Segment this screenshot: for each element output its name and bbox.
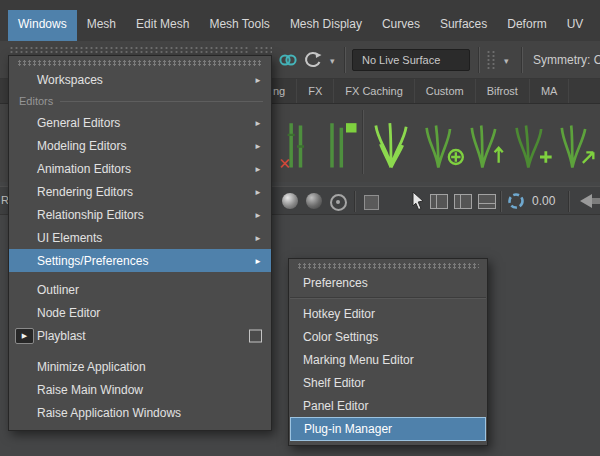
menu-item-raise-main-window[interactable]: Raise Main Window xyxy=(9,378,271,401)
menu-gap xyxy=(9,347,271,355)
submenu-item-shelf-editor[interactable]: Shelf Editor xyxy=(289,371,487,394)
wire-circle-icon[interactable] xyxy=(330,194,347,211)
aperture-icon[interactable] xyxy=(507,192,525,214)
submenu-item-hotkey-editor[interactable]: Hotkey Editor xyxy=(289,302,487,325)
live-surface-label: No Live Surface xyxy=(362,54,440,66)
menu-item-label: Hotkey Editor xyxy=(303,307,375,321)
menu-item-settings-preferences[interactable]: Settings/Preferences ► xyxy=(9,249,271,272)
menu-item-minimize-application[interactable]: Minimize Application xyxy=(9,355,271,378)
select-cursor-icon[interactable] xyxy=(410,191,426,215)
grass-shelf-icon[interactable] xyxy=(422,116,464,170)
submenu-item-marking-menu-editor[interactable]: Marking Menu Editor xyxy=(289,348,487,371)
submenu-item-preferences[interactable]: Preferences xyxy=(289,271,487,294)
sphere-icon[interactable] xyxy=(306,193,322,209)
submenu-item-color-settings[interactable]: Color Settings xyxy=(289,325,487,348)
symmetry-dropdown[interactable]: Symmetry: O xyxy=(533,53,600,67)
settings-preferences-submenu: Preferences Hotkey Editor Color Settings… xyxy=(288,258,488,446)
sphere-icon[interactable] xyxy=(282,193,298,209)
grass-shelf-icon[interactable] xyxy=(370,116,412,170)
menu-item-label: Panel Editor xyxy=(303,399,368,413)
menu-item-label: Minimize Application xyxy=(37,360,146,374)
menubar-item-mesh[interactable]: Mesh xyxy=(77,10,126,41)
shelf-tab-custom[interactable]: Custom xyxy=(415,79,476,103)
tearoff-handle[interactable] xyxy=(297,263,479,269)
dot-grip-handle[interactable] xyxy=(9,46,249,54)
submenu-arrow-icon: ► xyxy=(254,187,262,196)
menu-item-animation-editors[interactable]: Animation Editors ► xyxy=(9,157,271,180)
section-label: Editors xyxy=(19,95,53,107)
playblast-icon: ▶ xyxy=(15,328,34,344)
menu-item-relationship-editors[interactable]: Relationship Editors ► xyxy=(9,203,271,226)
toolbar-separator xyxy=(344,47,346,73)
live-object-icon[interactable] xyxy=(364,195,379,210)
menu-item-label: Plug-in Manager xyxy=(304,422,392,436)
tearoff-handle[interactable] xyxy=(17,60,263,66)
menubar-item-curves[interactable]: Curves xyxy=(372,10,430,41)
menu-item-node-editor[interactable]: Node Editor xyxy=(9,301,271,324)
grass-shelf-icon[interactable] xyxy=(556,116,598,170)
shelf-tab-fx[interactable]: FX xyxy=(297,79,334,103)
live-surface-combo[interactable]: No Live Surface xyxy=(352,49,470,71)
main-menubar: Windows Mesh Edit Mesh Mesh Tools Mesh D… xyxy=(0,0,600,41)
menubar-item-surfaces[interactable]: Surfaces xyxy=(430,10,497,41)
submenu-arrow-icon: ► xyxy=(254,75,262,84)
menubar-item-mesh-tools[interactable]: Mesh Tools xyxy=(199,10,279,41)
submenu-item-panel-editor[interactable]: Panel Editor xyxy=(289,394,487,417)
value-field[interactable]: 0.00 xyxy=(532,194,555,208)
dot-grip-handle[interactable] xyxy=(486,50,495,70)
menubar-item-deform[interactable]: Deform xyxy=(497,10,556,41)
menu-section-editors: Editors xyxy=(9,91,271,111)
menu-item-playblast[interactable]: ▶ Playblast xyxy=(9,324,271,347)
shelf-tab-fx-caching[interactable]: FX Caching xyxy=(334,79,414,103)
link-icon[interactable] xyxy=(278,51,298,69)
play-glyph: ▶ xyxy=(22,332,27,339)
menu-item-label: Shelf Editor xyxy=(303,376,365,390)
shelf-tab-bifrost[interactable]: Bifrost xyxy=(476,79,530,103)
curved-arrow-icon[interactable] xyxy=(303,51,323,69)
panel-layout-icon[interactable] xyxy=(478,194,496,209)
menu-item-modeling-editors[interactable]: Modeling Editors ► xyxy=(9,134,271,157)
menu-item-general-editors[interactable]: General Editors ► xyxy=(9,111,271,134)
submenu-arrow-icon: ► xyxy=(254,164,262,173)
toolbar-separator xyxy=(568,191,570,212)
submenu-item-plug-in-manager[interactable]: Plug-in Manager xyxy=(290,417,486,441)
menu-item-label: Outliner xyxy=(37,283,79,297)
menubar-item-windows[interactable]: Windows xyxy=(8,10,77,41)
toolbar-separator xyxy=(354,191,356,212)
svg-text:✕: ✕ xyxy=(278,155,291,170)
submenu-arrow-icon: ► xyxy=(254,118,262,127)
panel-layout-icon[interactable] xyxy=(454,194,472,209)
section-divider xyxy=(60,101,263,102)
cone-icon[interactable] xyxy=(578,192,600,214)
menu-item-label: Color Settings xyxy=(303,330,378,344)
option-box[interactable] xyxy=(249,329,262,342)
dropdown-caret-icon[interactable]: ▾ xyxy=(504,56,509,66)
menu-item-rendering-editors[interactable]: Rendering Editors ► xyxy=(9,180,271,203)
toolbar-separator xyxy=(521,47,523,73)
grass-shelf-icon[interactable] xyxy=(466,116,508,170)
shelf-tab-ma-cut[interactable]: MA xyxy=(530,79,570,103)
grass-shelf-icon[interactable] xyxy=(512,116,554,170)
menu-item-raise-application-windows[interactable]: Raise Application Windows xyxy=(9,401,271,424)
menubar-item-uv[interactable]: UV xyxy=(557,10,594,41)
grass-shelf-icon[interactable]: ✕ xyxy=(276,116,318,170)
menu-item-ui-elements[interactable]: UI Elements ► xyxy=(9,226,271,249)
menu-item-label: Raise Application Windows xyxy=(37,406,181,420)
windows-menu: Workspaces ► Editors General Editors ► M… xyxy=(8,55,272,431)
menu-item-workspaces[interactable]: Workspaces ► xyxy=(9,68,271,91)
menu-divider xyxy=(290,297,486,299)
submenu-arrow-icon: ► xyxy=(254,256,262,265)
menu-item-label: General Editors xyxy=(37,116,120,130)
shelf-separator xyxy=(362,110,364,174)
panel-layout-icon[interactable] xyxy=(430,194,448,209)
symmetry-label: Symmetry: O xyxy=(533,53,600,67)
toolbar-separator xyxy=(478,47,480,73)
grass-shelf-icon[interactable] xyxy=(318,116,360,170)
menu-item-outliner[interactable]: Outliner xyxy=(9,278,271,301)
menubar-item-edit-mesh[interactable]: Edit Mesh xyxy=(126,10,199,41)
dropdown-caret-icon[interactable]: ▾ xyxy=(330,56,335,66)
menubar-item-mesh-display[interactable]: Mesh Display xyxy=(280,10,372,41)
menu-item-label: Modeling Editors xyxy=(37,139,126,153)
menu-item-label: UI Elements xyxy=(37,231,102,245)
menu-item-label: Preferences xyxy=(303,276,368,290)
